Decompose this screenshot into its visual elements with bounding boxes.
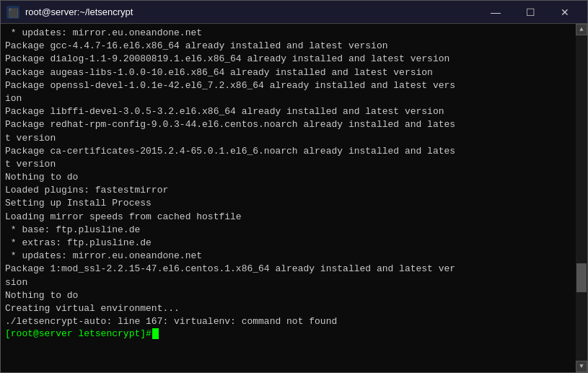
scroll-thumb[interactable] — [576, 263, 587, 292]
window-title: root@server:~/letsencrypt — [25, 6, 133, 17]
minimize-button[interactable]: — — [479, 1, 512, 24]
terminal-content[interactable]: * updates: mirror.eu.oneandone.net Packa… — [1, 24, 576, 372]
prompt-line: [root@server letsencrypt]# — [5, 328, 571, 339]
scroll-track[interactable] — [576, 35, 587, 361]
terminal-icon: ⬛ — [6, 6, 19, 19]
terminal-window: ⬛ root@server:~/letsencrypt — ☐ ✕ * upda… — [0, 0, 588, 373]
titlebar-left: ⬛ root@server:~/letsencrypt — [6, 6, 133, 19]
command-prompt: [root@server letsencrypt]# — [5, 328, 152, 339]
terminal-body[interactable]: * updates: mirror.eu.oneandone.net Packa… — [1, 24, 587, 372]
close-button[interactable]: ✕ — [548, 1, 582, 24]
terminal-output: * updates: mirror.eu.oneandone.net Packa… — [5, 27, 571, 328]
maximize-button[interactable]: ☐ — [514, 1, 547, 24]
svg-text:⬛: ⬛ — [8, 7, 19, 19]
scroll-up-button[interactable]: ▲ — [576, 24, 587, 35]
scrollbar[interactable]: ▲ ▼ — [576, 24, 587, 372]
scroll-down-button[interactable]: ▼ — [576, 361, 587, 372]
cursor — [152, 328, 159, 339]
titlebar: ⬛ root@server:~/letsencrypt — ☐ ✕ — [1, 1, 587, 24]
window-controls: — ☐ ✕ — [479, 1, 582, 24]
